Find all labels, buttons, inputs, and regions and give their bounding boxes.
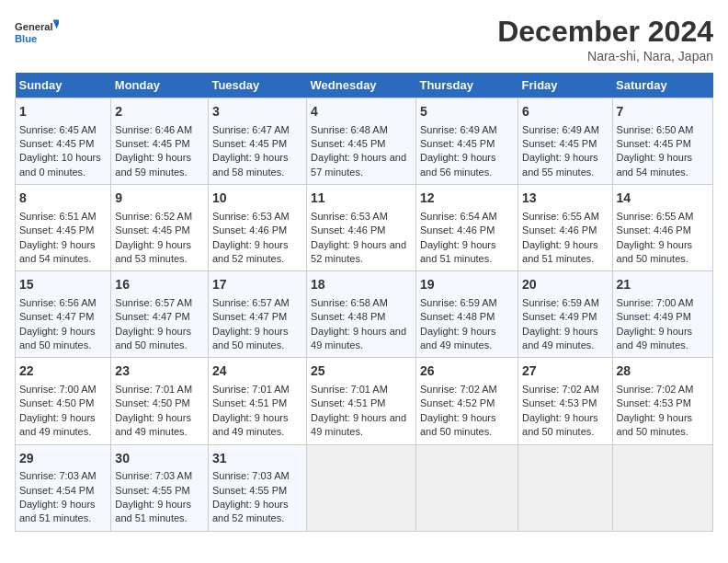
daylight-text: Daylight: 9 hours and 49 minutes. xyxy=(617,326,693,350)
daylight-text: Daylight: 9 hours and 57 minutes. xyxy=(311,152,406,177)
day-number: 27 xyxy=(522,362,609,381)
header-thursday: Thursday xyxy=(415,73,518,98)
daylight-text: Daylight: 9 hours and 52 minutes. xyxy=(311,239,406,264)
calendar-cell: 3 Sunrise: 6:47 AM Sunset: 4:45 PM Dayli… xyxy=(208,98,306,185)
header-tuesday: Tuesday xyxy=(208,73,306,98)
daylight-text: Daylight: 9 hours and 49 minutes. xyxy=(212,412,289,437)
daylight-text: Daylight: 9 hours and 56 minutes. xyxy=(420,152,496,177)
sunrise-text: Sunrise: 6:59 AM xyxy=(522,297,599,308)
day-number: 4 xyxy=(311,103,412,121)
day-number: 3 xyxy=(212,103,302,121)
calendar-cell: 1 Sunrise: 6:45 AM Sunset: 4:45 PM Dayli… xyxy=(16,98,111,185)
calendar-cell: 21 Sunrise: 7:00 AM Sunset: 4:49 PM Dayl… xyxy=(612,271,712,358)
sunset-text: Sunset: 4:46 PM xyxy=(522,224,597,236)
day-number: 5 xyxy=(420,103,514,121)
calendar-cell: 5 Sunrise: 6:49 AM Sunset: 4:45 PM Dayli… xyxy=(415,98,518,185)
daylight-text: Daylight: 9 hours and 54 minutes. xyxy=(19,239,96,264)
calendar-cell: 4 Sunrise: 6:48 AM Sunset: 4:45 PM Dayli… xyxy=(307,98,416,185)
sunset-text: Sunset: 4:47 PM xyxy=(115,311,189,322)
calendar-cell: 7 Sunrise: 6:50 AM Sunset: 4:45 PM Dayli… xyxy=(612,98,712,185)
day-number: 10 xyxy=(212,190,302,208)
day-number: 28 xyxy=(617,362,709,381)
sunset-text: Sunset: 4:45 PM xyxy=(420,138,495,149)
daylight-text: Daylight: 9 hours and 49 minutes. xyxy=(19,412,96,437)
subtitle: Nara-shi, Nara, Japan xyxy=(497,49,713,63)
calendar-week-row: 8 Sunrise: 6:51 AM Sunset: 4:45 PM Dayli… xyxy=(16,185,713,271)
sunset-text: Sunset: 4:51 PM xyxy=(311,397,385,408)
sunset-text: Sunset: 4:48 PM xyxy=(420,311,495,322)
day-number: 14 xyxy=(617,190,709,208)
sunset-text: Sunset: 4:50 PM xyxy=(19,397,94,408)
day-number: 23 xyxy=(115,362,204,381)
day-number: 30 xyxy=(115,450,204,468)
calendar-cell: 25 Sunrise: 7:01 AM Sunset: 4:51 PM Dayl… xyxy=(307,358,416,444)
sunset-text: Sunset: 4:54 PM xyxy=(19,485,94,496)
day-number: 26 xyxy=(420,362,514,381)
sunrise-text: Sunrise: 6:49 AM xyxy=(522,124,599,135)
sunrise-text: Sunrise: 6:55 AM xyxy=(522,211,599,222)
daylight-text: Daylight: 9 hours and 53 minutes. xyxy=(115,239,191,264)
sunset-text: Sunset: 4:49 PM xyxy=(522,311,597,322)
day-number: 24 xyxy=(212,362,302,381)
day-number: 31 xyxy=(212,450,302,468)
sunset-text: Sunset: 4:55 PM xyxy=(115,485,189,496)
main-title: December 2024 xyxy=(497,15,713,49)
day-number: 19 xyxy=(420,276,514,294)
sunset-text: Sunset: 4:47 PM xyxy=(212,311,287,322)
daylight-text: Daylight: 9 hours and 52 minutes. xyxy=(212,499,289,523)
calendar-cell: 11 Sunrise: 6:53 AM Sunset: 4:46 PM Dayl… xyxy=(307,185,416,271)
calendar-cell: 8 Sunrise: 6:51 AM Sunset: 4:45 PM Dayli… xyxy=(16,185,111,271)
sunset-text: Sunset: 4:53 PM xyxy=(617,397,691,408)
calendar-cell: 31 Sunrise: 7:03 AM Sunset: 4:55 PM Dayl… xyxy=(208,444,306,531)
daylight-text: Daylight: 9 hours and 50 minutes. xyxy=(420,412,496,437)
day-number: 22 xyxy=(19,362,107,381)
day-number: 17 xyxy=(212,276,302,294)
title-block: December 2024 Nara-shi, Nara, Japan xyxy=(497,15,713,63)
sunset-text: Sunset: 4:47 PM xyxy=(19,311,94,322)
day-number: 1 xyxy=(19,103,107,121)
daylight-text: Daylight: 9 hours and 51 minutes. xyxy=(522,239,598,264)
sunrise-text: Sunrise: 7:00 AM xyxy=(19,384,97,395)
day-number: 8 xyxy=(19,190,107,208)
sunrise-text: Sunrise: 7:01 AM xyxy=(115,384,192,395)
daylight-text: Daylight: 9 hours and 55 minutes. xyxy=(522,152,598,177)
page-header: General Blue December 2024 Nara-shi, Nar… xyxy=(15,15,713,63)
daylight-text: Daylight: 9 hours and 49 minutes. xyxy=(311,326,406,350)
calendar-cell: 2 Sunrise: 6:46 AM Sunset: 4:45 PM Dayli… xyxy=(111,98,209,185)
calendar-cell: 6 Sunrise: 6:49 AM Sunset: 4:45 PM Dayli… xyxy=(518,98,613,185)
calendar-cell: 17 Sunrise: 6:57 AM Sunset: 4:47 PM Dayl… xyxy=(208,271,306,358)
logo-svg: General Blue xyxy=(15,15,59,52)
sunset-text: Sunset: 4:52 PM xyxy=(420,397,495,408)
sunrise-text: Sunrise: 6:57 AM xyxy=(115,297,192,308)
calendar-cell: 10 Sunrise: 6:53 AM Sunset: 4:46 PM Dayl… xyxy=(208,185,306,271)
sunset-text: Sunset: 4:45 PM xyxy=(115,224,189,236)
sunrise-text: Sunrise: 6:53 AM xyxy=(212,211,290,222)
sunset-text: Sunset: 4:46 PM xyxy=(212,224,287,236)
calendar-cell: 12 Sunrise: 6:54 AM Sunset: 4:46 PM Dayl… xyxy=(415,185,518,271)
sunset-text: Sunset: 4:45 PM xyxy=(19,138,94,149)
daylight-text: Daylight: 9 hours and 58 minutes. xyxy=(212,152,289,177)
daylight-text: Daylight: 9 hours and 50 minutes. xyxy=(212,326,289,350)
sunset-text: Sunset: 4:45 PM xyxy=(522,138,597,149)
sunrise-text: Sunrise: 7:01 AM xyxy=(212,384,290,395)
calendar-week-row: 15 Sunrise: 6:56 AM Sunset: 4:47 PM Dayl… xyxy=(16,271,713,358)
sunset-text: Sunset: 4:55 PM xyxy=(212,485,287,496)
weekday-header-row: Sunday Monday Tuesday Wednesday Thursday… xyxy=(16,73,713,98)
sunset-text: Sunset: 4:45 PM xyxy=(311,138,385,149)
calendar-cell: 13 Sunrise: 6:55 AM Sunset: 4:46 PM Dayl… xyxy=(518,185,613,271)
calendar-cell xyxy=(415,444,518,531)
calendar-cell: 22 Sunrise: 7:00 AM Sunset: 4:50 PM Dayl… xyxy=(16,358,111,444)
sunrise-text: Sunrise: 6:49 AM xyxy=(420,124,497,135)
sunrise-text: Sunrise: 7:03 AM xyxy=(19,470,97,481)
header-saturday: Saturday xyxy=(612,73,712,98)
sunrise-text: Sunrise: 7:00 AM xyxy=(617,297,694,308)
sunset-text: Sunset: 4:53 PM xyxy=(522,397,597,408)
sunrise-text: Sunrise: 6:46 AM xyxy=(115,124,192,135)
sunrise-text: Sunrise: 6:55 AM xyxy=(617,211,694,222)
sunset-text: Sunset: 4:51 PM xyxy=(212,397,287,408)
calendar-week-row: 1 Sunrise: 6:45 AM Sunset: 4:45 PM Dayli… xyxy=(16,98,713,185)
day-number: 11 xyxy=(311,190,412,208)
daylight-text: Daylight: 9 hours and 51 minutes. xyxy=(420,239,496,264)
daylight-text: Daylight: 9 hours and 49 minutes. xyxy=(311,412,406,437)
sunset-text: Sunset: 4:48 PM xyxy=(311,311,385,322)
